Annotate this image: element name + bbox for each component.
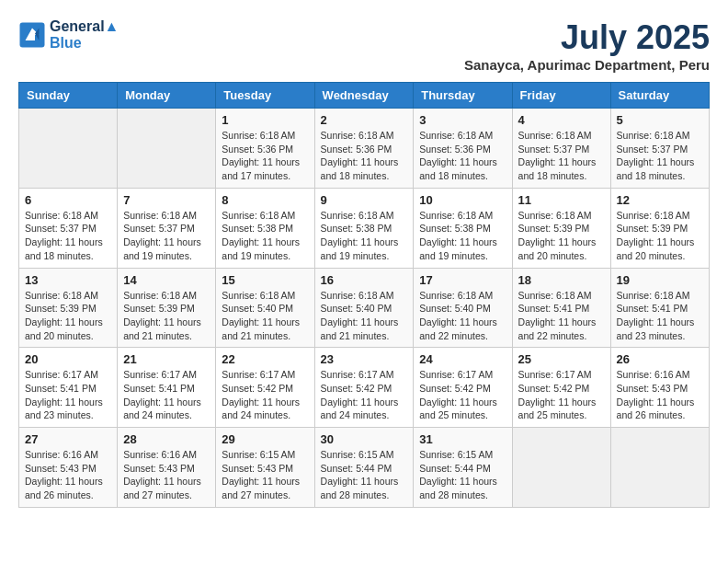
day-content: Sunrise: 6:16 AM Sunset: 5:43 PM Dayligh… <box>617 368 703 422</box>
calendar-cell: 2Sunrise: 6:18 AM Sunset: 5:36 PM Daylig… <box>314 109 414 189</box>
calendar-cell: 6Sunrise: 6:18 AM Sunset: 5:37 PM Daylig… <box>19 188 118 268</box>
day-content: Sunrise: 6:17 AM Sunset: 5:42 PM Dayligh… <box>419 368 506 422</box>
day-content: Sunrise: 6:18 AM Sunset: 5:39 PM Dayligh… <box>518 209 605 263</box>
day-number: 23 <box>321 352 408 366</box>
calendar-cell: 4Sunrise: 6:18 AM Sunset: 5:37 PM Daylig… <box>512 109 610 189</box>
calendar-cell: 21Sunrise: 6:17 AM Sunset: 5:41 PM Dayli… <box>118 348 216 428</box>
calendar-cell: 12Sunrise: 6:18 AM Sunset: 5:39 PM Dayli… <box>610 188 709 268</box>
day-content: Sunrise: 6:18 AM Sunset: 5:36 PM Dayligh… <box>321 129 408 183</box>
day-number: 31 <box>419 432 506 446</box>
day-number: 6 <box>25 193 111 207</box>
calendar-cell: 17Sunrise: 6:18 AM Sunset: 5:40 PM Dayli… <box>414 268 512 348</box>
day-number: 19 <box>617 273 703 287</box>
day-content: Sunrise: 6:18 AM Sunset: 5:40 PM Dayligh… <box>321 289 408 343</box>
day-content: Sunrise: 6:16 AM Sunset: 5:43 PM Dayligh… <box>123 448 210 502</box>
day-number: 22 <box>222 352 308 366</box>
day-content: Sunrise: 6:18 AM Sunset: 5:38 PM Dayligh… <box>321 209 408 263</box>
day-content: Sunrise: 6:18 AM Sunset: 5:36 PM Dayligh… <box>222 129 308 183</box>
day-number: 13 <box>25 273 111 287</box>
calendar-week-1: 1Sunrise: 6:18 AM Sunset: 5:36 PM Daylig… <box>19 109 710 189</box>
calendar-cell: 9Sunrise: 6:18 AM Sunset: 5:38 PM Daylig… <box>314 188 414 268</box>
day-content: Sunrise: 6:18 AM Sunset: 5:38 PM Dayligh… <box>222 209 308 263</box>
day-number: 12 <box>617 193 703 207</box>
logo-text: General▲ Blue <box>50 18 119 52</box>
day-number: 21 <box>123 352 210 366</box>
calendar-cell: 28Sunrise: 6:16 AM Sunset: 5:43 PM Dayli… <box>118 428 216 508</box>
calendar-table: SundayMondayTuesdayWednesdayThursdayFrid… <box>18 82 710 508</box>
location-subtitle: Sanayca, Apurimac Department, Peru <box>464 57 710 73</box>
logo-icon <box>18 21 46 49</box>
day-content: Sunrise: 6:18 AM Sunset: 5:41 PM Dayligh… <box>617 289 703 343</box>
day-number: 30 <box>321 432 408 446</box>
day-content: Sunrise: 6:17 AM Sunset: 5:42 PM Dayligh… <box>518 368 605 422</box>
calendar-week-5: 27Sunrise: 6:16 AM Sunset: 5:43 PM Dayli… <box>19 428 710 508</box>
calendar-cell: 7Sunrise: 6:18 AM Sunset: 5:37 PM Daylig… <box>118 188 216 268</box>
day-content: Sunrise: 6:18 AM Sunset: 5:37 PM Dayligh… <box>25 209 111 263</box>
day-header-thursday: Thursday <box>414 83 512 109</box>
calendar-cell: 1Sunrise: 6:18 AM Sunset: 5:36 PM Daylig… <box>216 109 314 189</box>
day-number: 5 <box>617 113 703 127</box>
calendar-week-4: 20Sunrise: 6:17 AM Sunset: 5:41 PM Dayli… <box>19 348 710 428</box>
calendar-cell: 29Sunrise: 6:15 AM Sunset: 5:43 PM Dayli… <box>216 428 314 508</box>
logo: General▲ Blue <box>18 18 119 52</box>
calendar-cell: 24Sunrise: 6:17 AM Sunset: 5:42 PM Dayli… <box>414 348 512 428</box>
day-number: 24 <box>419 352 506 366</box>
day-number: 1 <box>222 113 308 127</box>
day-number: 3 <box>419 113 506 127</box>
day-content: Sunrise: 6:17 AM Sunset: 5:41 PM Dayligh… <box>123 368 210 422</box>
day-content: Sunrise: 6:15 AM Sunset: 5:44 PM Dayligh… <box>419 448 506 502</box>
day-number: 9 <box>321 193 408 207</box>
day-content: Sunrise: 6:18 AM Sunset: 5:39 PM Dayligh… <box>25 289 111 343</box>
calendar-cell: 13Sunrise: 6:18 AM Sunset: 5:39 PM Dayli… <box>19 268 118 348</box>
day-number: 7 <box>123 193 210 207</box>
day-header-monday: Monday <box>118 83 216 109</box>
day-content: Sunrise: 6:16 AM Sunset: 5:43 PM Dayligh… <box>25 448 111 502</box>
day-content: Sunrise: 6:17 AM Sunset: 5:41 PM Dayligh… <box>25 368 111 422</box>
calendar-cell: 10Sunrise: 6:18 AM Sunset: 5:38 PM Dayli… <box>414 188 512 268</box>
day-header-tuesday: Tuesday <box>216 83 314 109</box>
calendar-cell: 14Sunrise: 6:18 AM Sunset: 5:39 PM Dayli… <box>118 268 216 348</box>
calendar-cell: 25Sunrise: 6:17 AM Sunset: 5:42 PM Dayli… <box>512 348 610 428</box>
title-area: July 2025 Sanayca, Apurimac Department, … <box>464 18 710 73</box>
day-content: Sunrise: 6:18 AM Sunset: 5:39 PM Dayligh… <box>123 289 210 343</box>
calendar-week-3: 13Sunrise: 6:18 AM Sunset: 5:39 PM Dayli… <box>19 268 710 348</box>
calendar-cell: 16Sunrise: 6:18 AM Sunset: 5:40 PM Dayli… <box>314 268 414 348</box>
calendar-cell <box>512 428 610 508</box>
page-header: General▲ Blue July 2025 Sanayca, Apurima… <box>18 18 710 73</box>
day-content: Sunrise: 6:18 AM Sunset: 5:37 PM Dayligh… <box>123 209 210 263</box>
calendar-cell: 5Sunrise: 6:18 AM Sunset: 5:37 PM Daylig… <box>610 109 709 189</box>
day-number: 2 <box>321 113 408 127</box>
day-content: Sunrise: 6:18 AM Sunset: 5:40 PM Dayligh… <box>419 289 506 343</box>
day-content: Sunrise: 6:18 AM Sunset: 5:37 PM Dayligh… <box>518 129 605 183</box>
day-content: Sunrise: 6:18 AM Sunset: 5:39 PM Dayligh… <box>617 209 703 263</box>
calendar-header-row: SundayMondayTuesdayWednesdayThursdayFrid… <box>19 83 710 109</box>
day-content: Sunrise: 6:18 AM Sunset: 5:38 PM Dayligh… <box>419 209 506 263</box>
day-number: 26 <box>617 352 703 366</box>
day-number: 4 <box>518 113 605 127</box>
calendar-cell: 27Sunrise: 6:16 AM Sunset: 5:43 PM Dayli… <box>19 428 118 508</box>
calendar-cell: 26Sunrise: 6:16 AM Sunset: 5:43 PM Dayli… <box>610 348 709 428</box>
day-content: Sunrise: 6:18 AM Sunset: 5:41 PM Dayligh… <box>518 289 605 343</box>
day-number: 15 <box>222 273 308 287</box>
day-header-wednesday: Wednesday <box>314 83 414 109</box>
day-number: 16 <box>321 273 408 287</box>
calendar-week-2: 6Sunrise: 6:18 AM Sunset: 5:37 PM Daylig… <box>19 188 710 268</box>
day-number: 25 <box>518 352 605 366</box>
calendar-cell: 23Sunrise: 6:17 AM Sunset: 5:42 PM Dayli… <box>314 348 414 428</box>
day-number: 8 <box>222 193 308 207</box>
day-number: 18 <box>518 273 605 287</box>
day-header-saturday: Saturday <box>610 83 709 109</box>
day-content: Sunrise: 6:17 AM Sunset: 5:42 PM Dayligh… <box>321 368 408 422</box>
calendar-cell <box>118 109 216 189</box>
day-number: 10 <box>419 193 506 207</box>
day-number: 17 <box>419 273 506 287</box>
day-number: 14 <box>123 273 210 287</box>
day-number: 29 <box>222 432 308 446</box>
day-header-sunday: Sunday <box>19 83 118 109</box>
calendar-cell: 19Sunrise: 6:18 AM Sunset: 5:41 PM Dayli… <box>610 268 709 348</box>
day-number: 28 <box>123 432 210 446</box>
calendar-cell <box>19 109 118 189</box>
calendar-cell: 20Sunrise: 6:17 AM Sunset: 5:41 PM Dayli… <box>19 348 118 428</box>
day-header-friday: Friday <box>512 83 610 109</box>
day-number: 27 <box>25 432 111 446</box>
